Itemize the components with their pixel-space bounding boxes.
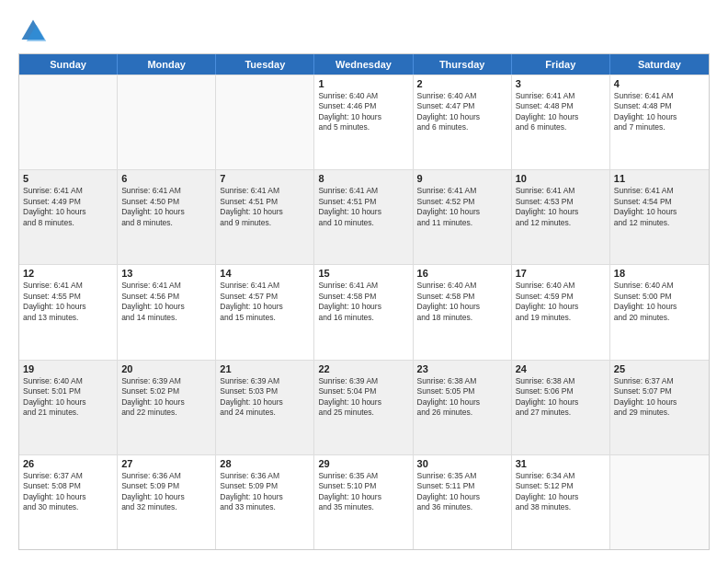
calendar-cell: 2Sunrise: 6:40 AM Sunset: 4:47 PM Daylig…	[414, 75, 512, 169]
day-number: 23	[417, 363, 507, 374]
day-number: 15	[318, 268, 408, 279]
calendar-header-cell: Thursday	[414, 54, 512, 75]
calendar-week-row: 5Sunrise: 6:41 AM Sunset: 4:49 PM Daylig…	[19, 169, 709, 264]
calendar-cell: 30Sunrise: 6:35 AM Sunset: 5:11 PM Dayli…	[414, 455, 512, 549]
day-number: 5	[23, 173, 113, 184]
header	[18, 17, 710, 46]
day-number: 29	[318, 458, 408, 469]
page: SundayMondayTuesdayWednesdayThursdayFrid…	[0, 0, 728, 563]
day-info: Sunrise: 6:41 AM Sunset: 4:51 PM Dayligh…	[220, 186, 310, 228]
calendar-header-cell: Saturday	[610, 54, 709, 75]
day-info: Sunrise: 6:41 AM Sunset: 4:50 PM Dayligh…	[121, 186, 211, 228]
day-info: Sunrise: 6:35 AM Sunset: 5:11 PM Dayligh…	[417, 471, 507, 513]
calendar-cell-empty	[610, 455, 709, 549]
calendar-cell-empty	[118, 75, 216, 169]
calendar-body: 1Sunrise: 6:40 AM Sunset: 4:46 PM Daylig…	[19, 75, 709, 549]
day-number: 6	[121, 173, 211, 184]
day-info: Sunrise: 6:39 AM Sunset: 5:03 PM Dayligh…	[220, 376, 310, 419]
calendar-cell: 23Sunrise: 6:38 AM Sunset: 5:05 PM Dayli…	[414, 361, 512, 454]
day-info: Sunrise: 6:41 AM Sunset: 4:51 PM Dayligh…	[318, 186, 408, 228]
calendar-cell: 6Sunrise: 6:41 AM Sunset: 4:50 PM Daylig…	[118, 170, 216, 264]
day-info: Sunrise: 6:36 AM Sunset: 5:09 PM Dayligh…	[220, 471, 310, 513]
day-number: 26	[23, 458, 113, 469]
calendar-week-row: 1Sunrise: 6:40 AM Sunset: 4:46 PM Daylig…	[19, 75, 709, 169]
calendar-cell: 17Sunrise: 6:40 AM Sunset: 4:59 PM Dayli…	[512, 265, 610, 359]
day-number: 3	[516, 78, 606, 89]
calendar-cell: 10Sunrise: 6:41 AM Sunset: 4:53 PM Dayli…	[512, 170, 610, 264]
calendar-header-cell: Sunday	[19, 54, 118, 75]
day-info: Sunrise: 6:41 AM Sunset: 4:48 PM Dayligh…	[614, 91, 705, 133]
day-info: Sunrise: 6:41 AM Sunset: 4:55 PM Dayligh…	[23, 281, 113, 323]
calendar-cell: 3Sunrise: 6:41 AM Sunset: 4:48 PM Daylig…	[512, 75, 610, 169]
day-info: Sunrise: 6:41 AM Sunset: 4:53 PM Dayligh…	[516, 186, 606, 228]
calendar-cell: 24Sunrise: 6:38 AM Sunset: 5:06 PM Dayli…	[512, 361, 610, 454]
day-info: Sunrise: 6:34 AM Sunset: 5:12 PM Dayligh…	[516, 471, 606, 513]
day-number: 2	[417, 78, 507, 89]
day-number: 1	[318, 78, 408, 89]
day-info: Sunrise: 6:41 AM Sunset: 4:56 PM Dayligh…	[121, 281, 211, 323]
calendar-cell: 25Sunrise: 6:37 AM Sunset: 5:07 PM Dayli…	[610, 361, 709, 454]
calendar-cell: 9Sunrise: 6:41 AM Sunset: 4:52 PM Daylig…	[414, 170, 512, 264]
calendar-cell: 15Sunrise: 6:41 AM Sunset: 4:58 PM Dayli…	[314, 265, 413, 359]
day-info: Sunrise: 6:38 AM Sunset: 5:06 PM Dayligh…	[516, 376, 606, 419]
day-info: Sunrise: 6:41 AM Sunset: 4:54 PM Dayligh…	[614, 186, 705, 228]
day-number: 10	[516, 173, 606, 184]
day-info: Sunrise: 6:40 AM Sunset: 4:59 PM Dayligh…	[516, 281, 606, 323]
calendar-cell-empty	[19, 75, 118, 169]
calendar-cell: 22Sunrise: 6:39 AM Sunset: 5:04 PM Dayli…	[314, 361, 413, 454]
day-number: 11	[614, 173, 705, 184]
day-number: 25	[614, 363, 705, 374]
logo	[18, 17, 51, 46]
calendar: SundayMondayTuesdayWednesdayThursdayFrid…	[18, 53, 710, 550]
day-number: 13	[121, 268, 211, 279]
day-number: 9	[417, 173, 507, 184]
day-info: Sunrise: 6:41 AM Sunset: 4:48 PM Dayligh…	[516, 91, 606, 133]
day-number: 19	[23, 363, 113, 374]
calendar-cell: 16Sunrise: 6:40 AM Sunset: 4:58 PM Dayli…	[414, 265, 512, 359]
day-number: 7	[220, 173, 310, 184]
logo-icon	[18, 17, 48, 46]
day-info: Sunrise: 6:40 AM Sunset: 4:46 PM Dayligh…	[318, 91, 408, 133]
calendar-cell: 5Sunrise: 6:41 AM Sunset: 4:49 PM Daylig…	[19, 170, 118, 264]
day-info: Sunrise: 6:41 AM Sunset: 4:58 PM Dayligh…	[318, 281, 408, 323]
day-number: 31	[516, 458, 606, 469]
calendar-cell: 14Sunrise: 6:41 AM Sunset: 4:57 PM Dayli…	[216, 265, 314, 359]
day-number: 17	[516, 268, 606, 279]
day-info: Sunrise: 6:40 AM Sunset: 5:01 PM Dayligh…	[23, 376, 113, 419]
calendar-week-row: 26Sunrise: 6:37 AM Sunset: 5:08 PM Dayli…	[19, 454, 709, 549]
day-info: Sunrise: 6:41 AM Sunset: 4:52 PM Dayligh…	[417, 186, 507, 228]
day-number: 28	[220, 458, 310, 469]
day-number: 18	[614, 268, 705, 279]
day-number: 14	[220, 268, 310, 279]
calendar-cell: 4Sunrise: 6:41 AM Sunset: 4:48 PM Daylig…	[610, 75, 709, 169]
day-info: Sunrise: 6:37 AM Sunset: 5:08 PM Dayligh…	[23, 471, 113, 513]
calendar-cell: 19Sunrise: 6:40 AM Sunset: 5:01 PM Dayli…	[19, 361, 118, 454]
calendar-cell: 7Sunrise: 6:41 AM Sunset: 4:51 PM Daylig…	[216, 170, 314, 264]
calendar-cell: 8Sunrise: 6:41 AM Sunset: 4:51 PM Daylig…	[314, 170, 413, 264]
calendar-cell: 29Sunrise: 6:35 AM Sunset: 5:10 PM Dayli…	[314, 455, 413, 549]
calendar-header-row: SundayMondayTuesdayWednesdayThursdayFrid…	[19, 54, 709, 75]
calendar-week-row: 19Sunrise: 6:40 AM Sunset: 5:01 PM Dayli…	[19, 360, 709, 454]
day-info: Sunrise: 6:39 AM Sunset: 5:02 PM Dayligh…	[121, 376, 211, 419]
calendar-cell: 11Sunrise: 6:41 AM Sunset: 4:54 PM Dayli…	[610, 170, 709, 264]
day-info: Sunrise: 6:37 AM Sunset: 5:07 PM Dayligh…	[614, 376, 705, 419]
day-info: Sunrise: 6:40 AM Sunset: 4:58 PM Dayligh…	[417, 281, 507, 323]
calendar-cell: 13Sunrise: 6:41 AM Sunset: 4:56 PM Dayli…	[118, 265, 216, 359]
day-number: 4	[614, 78, 705, 89]
day-info: Sunrise: 6:41 AM Sunset: 4:49 PM Dayligh…	[23, 186, 113, 228]
day-info: Sunrise: 6:35 AM Sunset: 5:10 PM Dayligh…	[318, 471, 408, 513]
day-number: 24	[516, 363, 606, 374]
calendar-cell: 12Sunrise: 6:41 AM Sunset: 4:55 PM Dayli…	[19, 265, 118, 359]
day-number: 22	[318, 363, 408, 374]
day-number: 21	[220, 363, 310, 374]
day-info: Sunrise: 6:40 AM Sunset: 5:00 PM Dayligh…	[614, 281, 705, 323]
calendar-header-cell: Tuesday	[216, 54, 314, 75]
day-info: Sunrise: 6:40 AM Sunset: 4:47 PM Dayligh…	[417, 91, 507, 133]
day-number: 30	[417, 458, 507, 469]
calendar-cell: 26Sunrise: 6:37 AM Sunset: 5:08 PM Dayli…	[19, 455, 118, 549]
calendar-header-cell: Friday	[512, 54, 610, 75]
calendar-header-cell: Monday	[118, 54, 216, 75]
day-info: Sunrise: 6:38 AM Sunset: 5:05 PM Dayligh…	[417, 376, 507, 419]
calendar-cell: 28Sunrise: 6:36 AM Sunset: 5:09 PM Dayli…	[216, 455, 314, 549]
calendar-week-row: 12Sunrise: 6:41 AM Sunset: 4:55 PM Dayli…	[19, 264, 709, 359]
